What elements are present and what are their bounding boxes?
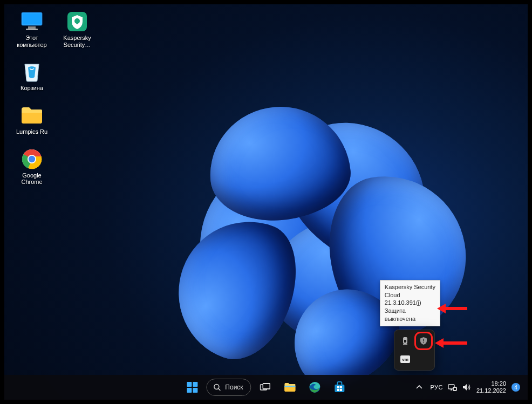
annotation-arrow bbox=[435, 338, 467, 348]
usb-eject-icon bbox=[401, 337, 410, 345]
tray-item-kaspersky[interactable] bbox=[417, 334, 430, 347]
desktop-icon-label: Kaspersky Security… bbox=[63, 35, 91, 48]
kaspersky-tray-tooltip: Kaspersky Security Cloud 21.3.10.391(j) … bbox=[380, 280, 440, 326]
desktop-icons: Этот компьютер Корзина Lumpics Ru Google… bbox=[13, 11, 96, 186]
monitor-icon bbox=[20, 11, 44, 32]
notification-center-badge[interactable]: 4 bbox=[511, 383, 520, 392]
search-icon bbox=[213, 384, 221, 391]
svg-rect-34 bbox=[453, 387, 456, 391]
taskbar: Поиск bbox=[4, 375, 528, 400]
annotation-arrow bbox=[437, 304, 467, 313]
svg-rect-2 bbox=[28, 26, 36, 29]
task-view-button[interactable] bbox=[255, 376, 276, 398]
volume-status[interactable] bbox=[462, 383, 471, 392]
svg-rect-12 bbox=[406, 339, 406, 339]
svg-rect-29 bbox=[337, 386, 339, 388]
desktop-icon-folder-lumpics[interactable]: Lumpics Ru bbox=[13, 105, 51, 135]
svg-rect-1 bbox=[23, 13, 41, 24]
svg-rect-19 bbox=[187, 388, 192, 393]
desktop-icon-label: Этот компьютер bbox=[17, 35, 46, 48]
svg-rect-18 bbox=[193, 382, 197, 387]
svg-rect-23 bbox=[263, 384, 270, 389]
tray-overflow-chevron[interactable] bbox=[414, 383, 425, 392]
desktop-icon-label: Lumpics Ru bbox=[16, 128, 47, 135]
kaspersky-shield-icon bbox=[65, 11, 89, 32]
svg-rect-26 bbox=[285, 386, 296, 387]
svg-rect-31 bbox=[337, 389, 339, 391]
windows-start-icon bbox=[186, 381, 198, 393]
desktop-icon-label: Корзина bbox=[21, 85, 43, 92]
tray-item-vmware[interactable]: vm bbox=[399, 353, 412, 366]
clock-date: 21.12.2022 bbox=[476, 387, 506, 394]
svg-rect-14 bbox=[423, 343, 424, 344]
svg-rect-30 bbox=[340, 386, 342, 388]
wallpaper-bloom bbox=[91, 69, 530, 382]
taskbar-clock[interactable]: 18:20 21.12.2022 bbox=[476, 380, 506, 394]
svg-rect-3 bbox=[26, 29, 38, 30]
taskbar-search[interactable]: Поиск bbox=[206, 379, 251, 396]
language-indicator[interactable]: РУС bbox=[430, 384, 443, 391]
taskbar-pinned-edge[interactable] bbox=[304, 376, 326, 398]
svg-rect-11 bbox=[405, 339, 405, 339]
svg-rect-20 bbox=[193, 388, 197, 393]
desktop-icon-kaspersky[interactable]: Kaspersky Security… bbox=[58, 11, 96, 48]
folder-icon bbox=[20, 105, 44, 126]
desktop-icon-label: Google Chrome bbox=[21, 172, 42, 186]
search-label: Поиск bbox=[225, 384, 243, 391]
desktop-icon-recycle-bin[interactable]: Корзина bbox=[13, 61, 51, 92]
edge-icon bbox=[309, 381, 321, 393]
taskbar-pinned-store[interactable] bbox=[329, 376, 351, 398]
network-icon bbox=[448, 384, 457, 392]
microsoft-store-icon bbox=[334, 381, 346, 393]
svg-point-21 bbox=[214, 385, 219, 389]
svg-point-6 bbox=[29, 155, 35, 162]
chevron-up-icon bbox=[416, 385, 422, 389]
svg-rect-9 bbox=[77, 20, 78, 24]
recycle-bin-icon bbox=[20, 61, 44, 83]
vmware-icon: vm bbox=[400, 355, 410, 363]
start-button[interactable] bbox=[181, 376, 203, 398]
desktop-icon-chrome[interactable]: Google Chrome bbox=[13, 148, 51, 186]
tray-item-usb[interactable] bbox=[399, 334, 412, 347]
kaspersky-alert-icon bbox=[419, 337, 428, 345]
svg-rect-13 bbox=[423, 339, 424, 341]
system-tray-overflow: vm bbox=[394, 330, 435, 371]
file-explorer-icon bbox=[284, 382, 296, 392]
task-view-icon bbox=[260, 383, 271, 392]
svg-text:vm: vm bbox=[402, 357, 408, 362]
taskbar-pinned-explorer[interactable] bbox=[279, 376, 301, 398]
desktop-icon-this-pc[interactable]: Этот компьютер bbox=[13, 11, 51, 48]
clock-time: 18:20 bbox=[476, 380, 506, 387]
desktop-screen: Этот компьютер Корзина Lumpics Ru Google… bbox=[2, 2, 530, 402]
svg-rect-32 bbox=[340, 389, 342, 391]
svg-rect-17 bbox=[187, 382, 192, 387]
svg-rect-28 bbox=[335, 385, 345, 392]
speaker-icon bbox=[462, 384, 471, 391]
network-status[interactable] bbox=[448, 383, 457, 392]
chrome-icon bbox=[20, 148, 44, 170]
